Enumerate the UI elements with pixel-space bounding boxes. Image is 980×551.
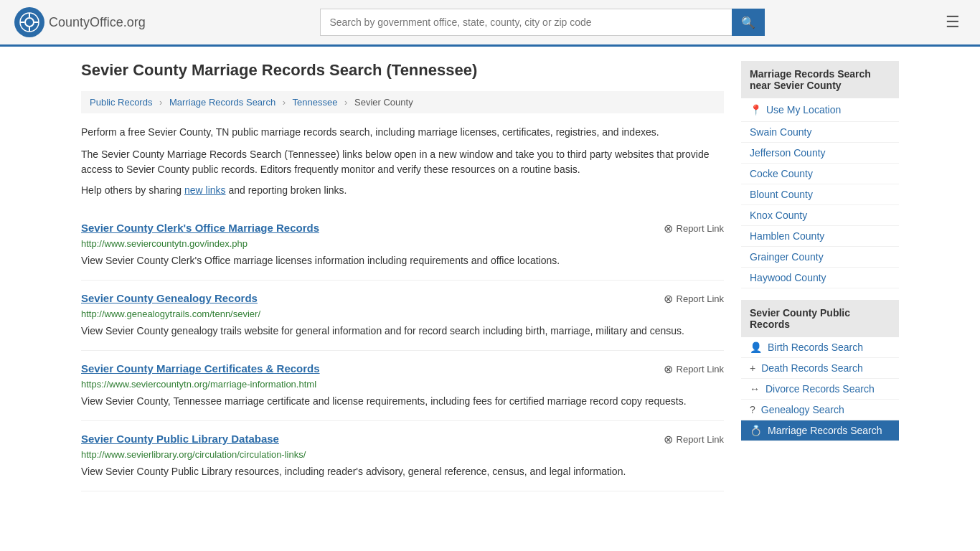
public-record-1[interactable]: + Death Records Search <box>741 358 899 379</box>
sidebar-county-1[interactable]: Jefferson County <box>741 143 899 164</box>
sidebar-county-0[interactable]: Swain County <box>741 122 899 143</box>
public-record-icon-0: 👤 <box>750 342 762 353</box>
public-record-link-3[interactable]: Genealogy Search <box>761 404 844 415</box>
content-area: Sevier County Marriage Records Search (T… <box>81 61 724 491</box>
county-link-5[interactable]: Hamblen County <box>750 230 824 242</box>
page-title: Sevier County Marriage Records Search (T… <box>81 61 724 80</box>
header: CountyOffice.org 🔍 ☰ <box>0 0 980 47</box>
search-icon: 🔍 <box>741 16 755 29</box>
report-icon-2: ⊗ <box>664 362 673 376</box>
public-record-link-4[interactable]: Marriage Records Search <box>768 425 882 436</box>
record-title-0[interactable]: Sevier County Clerk's Office Marriage Re… <box>81 222 319 234</box>
public-record-link-2[interactable]: Divorce Records Search <box>765 383 875 395</box>
record-desc-1: View Sevier County genealogy trails webs… <box>81 324 724 339</box>
record-card-header: Sevier County Marriage Certificates & Re… <box>81 362 724 376</box>
report-label-3: Report Link <box>677 434 724 445</box>
record-url-0[interactable]: http://www.seviercountytn.gov/index.php <box>81 238 724 249</box>
public-record-icon-3: ? <box>750 404 755 415</box>
menu-icon: ☰ <box>946 13 960 31</box>
report-link-3[interactable]: ⊗ Report Link <box>664 433 724 446</box>
record-card-header: Sevier County Clerk's Office Marriage Re… <box>81 222 724 235</box>
breadcrumb-tennessee[interactable]: Tennessee <box>293 97 338 108</box>
county-link-0[interactable]: Swain County <box>750 126 811 138</box>
record-url-1[interactable]: http://www.genealogytrails.com/tenn/sevi… <box>81 309 724 319</box>
report-label-0: Report Link <box>677 223 724 234</box>
public-record-4[interactable]: 💍 Marriage Records Search <box>741 420 899 441</box>
record-url-3[interactable]: http://www.sevierlibrary.org/circulation… <box>81 449 724 460</box>
report-link-0[interactable]: ⊗ Report Link <box>664 222 724 235</box>
public-records-section: Sevier County Public Records 👤 Birth Rec… <box>741 300 899 441</box>
nearby-section: Marriage Records Search near Sevier Coun… <box>741 61 899 288</box>
breadcrumb: Public Records › Marriage Records Search… <box>81 91 724 113</box>
main-container: Sevier County Marriage Records Search (T… <box>67 47 913 506</box>
public-record-icon-1: + <box>750 362 755 374</box>
record-desc-0: View Sevier County Clerk's Office marria… <box>81 253 724 268</box>
county-link-1[interactable]: Jefferson County <box>750 147 826 159</box>
record-title-1[interactable]: Sevier County Genealogy Records <box>81 292 258 304</box>
public-record-0[interactable]: 👤 Birth Records Search <box>741 337 899 358</box>
record-card-header: Sevier County Public Library Database ⊗ … <box>81 433 724 446</box>
county-link-3[interactable]: Blount County <box>750 189 813 200</box>
record-desc-3: View Sevier County Public Library resour… <box>81 464 724 479</box>
menu-button[interactable]: ☰ <box>940 10 966 34</box>
public-records-list: 👤 Birth Records Search + Death Records S… <box>741 337 899 441</box>
new-links[interactable]: new links <box>184 184 226 196</box>
report-label-1: Report Link <box>677 293 724 304</box>
county-link-4[interactable]: Knox County <box>750 209 807 221</box>
report-icon-0: ⊗ <box>664 222 673 235</box>
public-record-link-0[interactable]: Birth Records Search <box>768 342 863 353</box>
sidebar-county-7[interactable]: Haywood County <box>741 268 899 288</box>
breadcrumb-public-records[interactable]: Public Records <box>90 97 152 108</box>
county-list: Swain CountyJefferson CountyCocke County… <box>741 122 899 288</box>
sidebar-county-5[interactable]: Hamblen County <box>741 226 899 247</box>
public-records-header: Sevier County Public Records <box>741 300 899 337</box>
record-title-2[interactable]: Sevier County Marriage Certificates & Re… <box>81 362 320 375</box>
report-label-2: Report Link <box>677 364 724 375</box>
search-area: 🔍 <box>320 9 765 36</box>
search-button[interactable]: 🔍 <box>732 9 765 36</box>
use-location-link[interactable]: Use My Location <box>766 104 841 116</box>
record-desc-2: View Sevier County, Tennessee marriage c… <box>81 394 724 409</box>
sidebar: Marriage Records Search near Sevier Coun… <box>741 61 899 491</box>
location-icon: 📍 <box>750 104 762 116</box>
record-title-3[interactable]: Sevier County Public Library Database <box>81 433 279 445</box>
logo-text: CountyOffice.org <box>49 15 146 30</box>
logo-area: CountyOffice.org <box>14 7 146 37</box>
record-card: Sevier County Clerk's Office Marriage Re… <box>81 210 724 281</box>
county-link-6[interactable]: Grainger County <box>750 251 824 263</box>
record-card: Sevier County Genealogy Records ⊗ Report… <box>81 281 724 351</box>
record-card-header: Sevier County Genealogy Records ⊗ Report… <box>81 292 724 306</box>
record-list: Sevier County Clerk's Office Marriage Re… <box>81 210 724 491</box>
report-icon-3: ⊗ <box>664 433 673 446</box>
breadcrumb-current: Sevier County <box>354 97 413 108</box>
public-record-icon-2: ↔ <box>750 383 760 395</box>
report-link-1[interactable]: ⊗ Report Link <box>664 292 724 306</box>
public-record-link-1[interactable]: Death Records Search <box>761 362 863 374</box>
sidebar-county-3[interactable]: Blount County <box>741 184 899 205</box>
breadcrumb-marriage-records[interactable]: Marriage Records Search <box>169 97 275 108</box>
search-input[interactable] <box>320 9 732 36</box>
public-record-icon-4: 💍 <box>750 425 762 436</box>
public-record-3[interactable]: ? Genealogy Search <box>741 400 899 420</box>
sidebar-county-6[interactable]: Grainger County <box>741 247 899 268</box>
report-link-2[interactable]: ⊗ Report Link <box>664 362 724 376</box>
logo-icon <box>14 7 44 37</box>
intro-paragraph1: Perform a free Sevier County, TN public … <box>81 125 724 140</box>
report-icon-1: ⊗ <box>664 292 673 306</box>
record-url-2[interactable]: https://www.seviercountytn.org/marriage-… <box>81 379 724 390</box>
county-link-7[interactable]: Haywood County <box>750 272 826 283</box>
record-card: Sevier County Marriage Certificates & Re… <box>81 351 724 421</box>
help-text: Help others by sharing new links and rep… <box>81 184 724 196</box>
nearby-header: Marriage Records Search near Sevier Coun… <box>741 61 899 98</box>
intro-paragraph2: The Sevier County Marriage Records Searc… <box>81 147 724 177</box>
record-card: Sevier County Public Library Database ⊗ … <box>81 421 724 491</box>
sidebar-county-4[interactable]: Knox County <box>741 205 899 226</box>
county-link-2[interactable]: Cocke County <box>750 168 813 179</box>
nearby-list: 📍 Use My Location Swain CountyJefferson … <box>741 98 899 288</box>
use-my-location[interactable]: 📍 Use My Location <box>741 98 899 122</box>
public-record-2[interactable]: ↔ Divorce Records Search <box>741 379 899 400</box>
sidebar-county-2[interactable]: Cocke County <box>741 164 899 184</box>
